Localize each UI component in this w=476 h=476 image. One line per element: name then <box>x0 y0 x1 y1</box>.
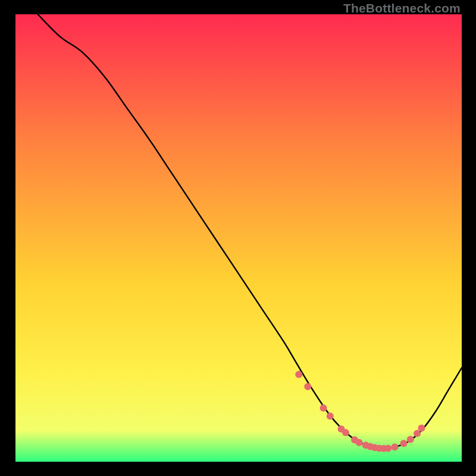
marker-dot <box>320 405 327 412</box>
marker-dot <box>295 371 302 378</box>
marker-dot <box>356 439 363 446</box>
marker-dot <box>342 429 349 436</box>
marker-dot <box>418 425 425 432</box>
marker-dot <box>407 436 414 443</box>
marker-dot <box>304 383 311 390</box>
marker-dot <box>327 412 334 419</box>
bottleneck-chart <box>15 14 462 462</box>
chart-frame <box>15 14 462 462</box>
marker-dot <box>384 444 392 452</box>
marker-dot <box>400 440 408 447</box>
marker-dot <box>392 443 399 450</box>
watermark-text: TheBottleneck.com <box>343 1 461 15</box>
gradient-background <box>15 14 462 462</box>
